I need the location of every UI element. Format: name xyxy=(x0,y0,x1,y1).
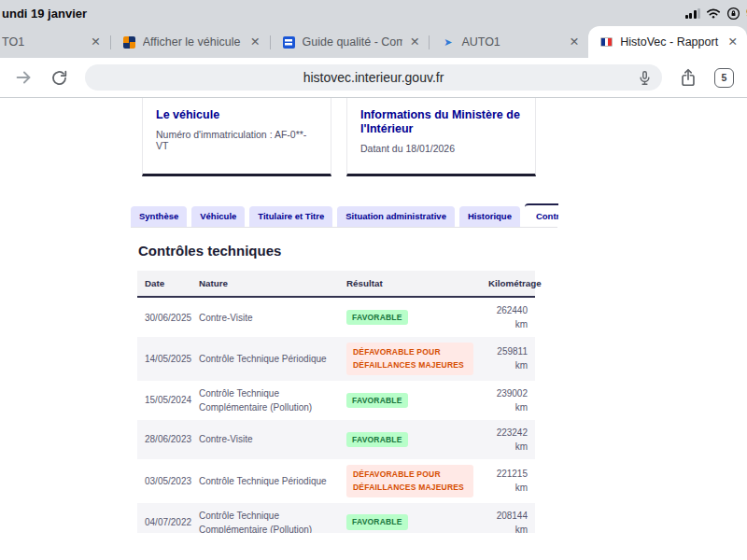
report-tab-bar: Synthèse Véhicule Titulaire et Titre Sit… xyxy=(131,203,558,227)
close-icon[interactable]: ✕ xyxy=(250,36,260,49)
report-tab-label: Véhicule xyxy=(200,211,236,221)
registration-number: Numéro d'immatriculation : AF-0**-VT xyxy=(156,129,317,151)
report-tab[interactable]: Synthèse xyxy=(131,206,187,227)
report-tab-label: Titulaire et Titre xyxy=(258,211,324,221)
header-kilometrage: Kilométrage xyxy=(481,271,535,297)
header-date: Date xyxy=(137,271,191,297)
table-header-row: Date Nature Résultat Kilométrage xyxy=(137,271,535,297)
browser-tab[interactable]: HistoVec - Rapport v ✕ xyxy=(588,26,747,58)
inspection-result: FAVORABLE xyxy=(339,503,481,533)
inspection-nature: Contrôle Technique Complémentaire (Pollu… xyxy=(191,503,339,533)
inspection-date: 28/06/2023 xyxy=(137,420,191,459)
report-tab-label: Synthèse xyxy=(139,211,178,221)
browser-toolbar: histovec.interieur.gouv.fr 5 xyxy=(0,58,747,98)
inspection-nature: Contrôle Technique Périodique xyxy=(191,459,339,503)
inspection-result: DÉFAVORABLE POUR DÉFAILLANCES MAJEURES xyxy=(339,337,481,381)
report-tab[interactable]: Titulaire et Titre xyxy=(249,206,332,227)
forward-button[interactable] xyxy=(13,67,34,88)
grid-favicon xyxy=(123,36,135,49)
browser-tab[interactable]: TO1 ✕ xyxy=(0,26,110,58)
inspection-row: 04/07/2022 Contrôle Technique Complément… xyxy=(137,503,535,533)
inspection-kilometrage: 208144 km xyxy=(481,503,535,533)
inspection-date: 14/05/2025 xyxy=(137,337,191,381)
info-cards: Le véhicule Numéro d'immatriculation : A… xyxy=(142,98,747,176)
microphone-icon[interactable] xyxy=(636,69,654,87)
report-tab-label: Contrôles techniques xyxy=(536,211,558,221)
orientation-lock-icon xyxy=(726,7,740,21)
header-result: Résultat xyxy=(339,271,481,297)
tab-count-label: 5 xyxy=(722,72,727,83)
inspection-date: 30/06/2025 xyxy=(137,297,191,337)
close-icon[interactable]: ✕ xyxy=(570,36,579,49)
inspection-result: FAVORABLE xyxy=(339,297,481,337)
report-tab[interactable]: Historique xyxy=(459,206,520,227)
inspection-row: 03/05/2023 Contrôle Technique Périodique… xyxy=(137,459,535,503)
inspection-nature: Contrôle Technique Périodique xyxy=(191,337,339,381)
inspection-kilometrage: 262440 km xyxy=(481,297,535,337)
inspection-kilometrage: 221215 km xyxy=(481,459,535,503)
report-tab[interactable]: Situation administrative xyxy=(337,206,455,227)
flag-favicon xyxy=(600,37,613,47)
url-bar[interactable]: histovec.interieur.gouv.fr xyxy=(85,64,662,91)
inspection-date: 04/07/2022 xyxy=(137,503,191,533)
browser-tab[interactable]: Guide qualité - Com ✕ xyxy=(271,26,430,58)
url-text: histovec.interieur.gouv.fr xyxy=(303,70,444,85)
result-badge: FAVORABLE xyxy=(346,514,408,530)
inspection-nature: Contre-Visite xyxy=(191,297,339,337)
inspection-kilometrage: 239002 km xyxy=(481,381,535,420)
report-tab-label: Situation administrative xyxy=(345,211,446,221)
tab-title: HistoVec - Rapport v xyxy=(620,35,720,49)
tab-title: Afficher le véhicule xyxy=(143,35,243,49)
inspection-date: 03/05/2023 xyxy=(137,459,191,503)
share-button[interactable] xyxy=(678,67,698,88)
status-bar: undi 19 janvier 9 xyxy=(0,0,747,26)
browser-tab-strip: TO1 ✕ Afficher le véhicule ✕ Guide quali… xyxy=(0,26,747,58)
reload-button[interactable] xyxy=(49,68,69,88)
browser-tab[interactable]: Afficher le véhicule ✕ xyxy=(111,26,270,58)
inspection-row: 15/05/2024 Contrôle Technique Complément… xyxy=(137,381,535,420)
report-date: Datant du 18/01/2026 xyxy=(360,143,522,154)
tab-panel: Contrôles techniques Date Nature Résulta… xyxy=(131,227,557,533)
close-icon[interactable]: ✕ xyxy=(91,36,100,49)
close-icon[interactable]: ✕ xyxy=(410,36,419,49)
inspection-nature: Contrôle Technique Complémentaire (Pollu… xyxy=(191,381,339,420)
ministry-card-title: Informations du Ministère de l'Intérieur xyxy=(360,108,522,136)
tab-title: AUTO1 xyxy=(461,35,561,49)
arrow-favicon xyxy=(442,36,454,49)
ministry-card: Informations du Ministère de l'Intérieur… xyxy=(346,98,536,176)
tab-title: TO1 xyxy=(2,35,83,49)
inspection-row: 14/05/2025 Contrôle Technique Périodique… xyxy=(137,337,535,381)
vehicle-card-title: Le véhicule xyxy=(156,108,317,122)
result-badge: DÉFAVORABLE POUR DÉFAILLANCES MAJEURES xyxy=(346,343,473,375)
wifi-icon xyxy=(706,7,721,19)
confluence-favicon xyxy=(283,36,295,49)
inspection-result: FAVORABLE xyxy=(339,381,481,420)
tab-count-button[interactable]: 5 xyxy=(714,68,734,88)
histovec-page: Le véhicule Numéro d'immatriculation : A… xyxy=(0,98,747,533)
screen: undi 19 janvier 9 T xyxy=(0,0,747,560)
status-date: undi 19 janvier xyxy=(2,7,87,21)
report-tab[interactable]: Véhicule xyxy=(191,206,245,227)
browser-tab[interactable]: AUTO1 ✕ xyxy=(430,26,588,58)
result-badge: DÉFAVORABLE POUR DÉFAILLANCES MAJEURES xyxy=(346,465,473,497)
result-badge: FAVORABLE xyxy=(346,310,408,326)
header-nature: Nature xyxy=(191,271,339,297)
report-tab-label: Historique xyxy=(468,211,512,221)
close-icon[interactable]: ✕ xyxy=(728,36,738,49)
section-title: Contrôles techniques xyxy=(138,243,557,259)
report-tab[interactable]: Contrôles techniques xyxy=(525,203,558,227)
cellular-signal-icon xyxy=(685,8,701,19)
inspections-table: Date Nature Résultat Kilométrage 30/06/2… xyxy=(137,271,535,533)
result-badge: FAVORABLE xyxy=(346,393,408,409)
status-icons: 9 xyxy=(685,0,747,26)
inspection-kilometrage: 259811 km xyxy=(481,337,535,381)
tab-title: Guide qualité - Com xyxy=(303,35,402,49)
inspection-row: 28/06/2023 Contre-Visite FAVORABLE 22324… xyxy=(137,420,535,459)
inspection-result: FAVORABLE xyxy=(339,420,481,459)
inspection-nature: Contre-Visite xyxy=(191,420,339,459)
inspection-result: DÉFAVORABLE POUR DÉFAILLANCES MAJEURES xyxy=(339,459,481,503)
inspection-row: 30/06/2025 Contre-Visite FAVORABLE 26244… xyxy=(137,297,535,337)
vehicle-card: Le véhicule Numéro d'immatriculation : A… xyxy=(142,98,331,176)
inspection-date: 15/05/2024 xyxy=(137,381,191,420)
inspection-kilometrage: 223242 km xyxy=(481,420,535,459)
